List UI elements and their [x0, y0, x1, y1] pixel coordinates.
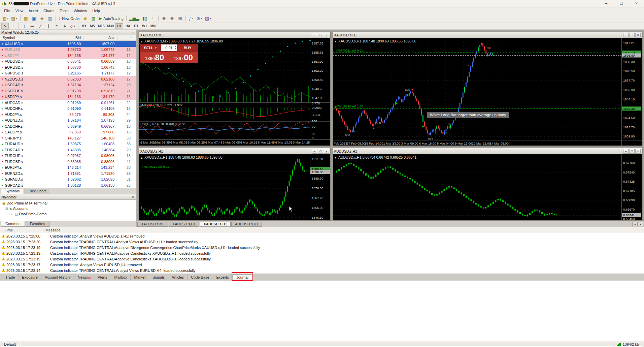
- timeframe-h1[interactable]: H1: [115, 23, 123, 29]
- close-button[interactable]: ×: [629, 0, 644, 7]
- new-chart-button[interactable]: ▥▾: [1, 15, 9, 22]
- terminal-tab-trade[interactable]: Trade: [2, 274, 19, 280]
- menu-window[interactable]: Window: [71, 8, 90, 13]
- line-chart-button[interactable]: ≈: [149, 15, 157, 22]
- terminal-tab-articles[interactable]: Articles: [168, 274, 188, 280]
- market-watch-row-cadchf.s[interactable]: ▲CADCHF.s0.669490.6696718: [0, 123, 136, 129]
- market-watch-row-audusd.s[interactable]: ▼AUDUSD.s0.665410.6655918: [0, 59, 136, 65]
- dropdown-arrow-icon[interactable]: ▾: [210, 17, 211, 20]
- timeframe-d1[interactable]: D1: [132, 23, 140, 29]
- chart-tab-audusd-s-h1[interactable]: AUDUSD.s,H1: [231, 222, 262, 227]
- text-label-button[interactable]: A: [61, 23, 68, 30]
- horizontal-line-button[interactable]: —: [29, 23, 36, 30]
- market-watch-row-euraud.s[interactable]: ▲EURAUD.s1.603751.6040833: [0, 141, 136, 147]
- market-watch-row-gbpusd.s[interactable]: ▲GBPUSD.s1.211651.2117712: [0, 70, 136, 76]
- tree-item-accounts[interactable]: ⊟ ◈ Accounts: [0, 206, 136, 211]
- market-watch-row-eurchf.s[interactable]: ▼EURCHF.s0.979870.9800518: [0, 153, 136, 159]
- market-watch-row-eurjpy.s[interactable]: ▲EURJPY.s143.214143.23420: [0, 165, 136, 171]
- dropdown-arrow-icon[interactable]: ▾: [16, 17, 18, 20]
- market-watch-row-audcad.s[interactable]: ▲AUDCAD.s0.912390.9126122: [0, 100, 136, 106]
- timeframe-h4[interactable]: H4: [124, 23, 132, 29]
- terminal-tab-mailbox[interactable]: Mailbox: [111, 274, 131, 280]
- buy-button[interactable]: BUY: [177, 44, 198, 51]
- chart-tab-xauusd-s-m5[interactable]: XAUUSD.s,M5: [137, 222, 168, 227]
- market-watch-row-eurusd.s[interactable]: ▼EURUSD.s1.067301.0674313: [0, 64, 136, 70]
- sell-price[interactable]: 189680: [140, 52, 169, 63]
- terminal-tab-journal[interactable]: Journal: [233, 274, 252, 280]
- chart-minimize-button[interactable]: –: [312, 149, 317, 154]
- market-watch-row-chfjpy.s[interactable]: ▼CHFJPY.s146.127146.16033: [0, 135, 136, 141]
- market-watch-row-eurgbp.s[interactable]: ▼EURGBP.s0.880850.8809611: [0, 159, 136, 165]
- market-watch-row-usdjpy.s[interactable]: ▼USDJPY.s134.163134.17916: [0, 94, 136, 100]
- market-watch-row-gbpaud.s[interactable]: ▲GBPAUD.s1.820621.8209331: [0, 177, 136, 183]
- market-watch-close-icon[interactable]: ×: [131, 30, 135, 34]
- menu-view[interactable]: View: [13, 8, 26, 13]
- price-chart-canvas[interactable]: 0.677600.675400.673250.671050.668900.666…: [333, 155, 642, 220]
- menu-help[interactable]: Help: [90, 8, 103, 13]
- dropdown-arrow-icon[interactable]: ▾: [74, 25, 75, 28]
- menu-file[interactable]: File: [1, 8, 13, 13]
- chart-minimize-button[interactable]: –: [623, 149, 629, 154]
- scroll-right-icon[interactable]: ►: [638, 222, 643, 226]
- chart-minimize-button[interactable]: –: [312, 33, 317, 37]
- tab-symbols[interactable]: Symbols: [1, 189, 24, 194]
- market-watch-button[interactable]: ▦: [22, 15, 30, 22]
- price-chart-canvas[interactable]: 1911.201889.301878.501867.701856.901846.…: [333, 38, 642, 146]
- navigator-header-bar[interactable]: Navigator ×: [0, 194, 136, 200]
- chart-close-button[interactable]: ×: [635, 33, 641, 37]
- market-watch-row-xauusd.s[interactable]: ▲XAUUSD.s1896.801897.0020: [0, 41, 136, 47]
- dropdown-arrow-icon[interactable]: ▾: [201, 17, 202, 20]
- navigator-close-icon[interactable]: ×: [131, 195, 135, 199]
- chart-titlebar[interactable]: XAUUSD.s,H1 –□×: [333, 32, 642, 38]
- timeframe-m30[interactable]: M30: [106, 23, 114, 29]
- one-click-toggle-icon[interactable]: ▲: [140, 40, 143, 43]
- one-click-toggle-icon[interactable]: ▲: [140, 156, 143, 159]
- market-watch-row-audjpy.s[interactable]: ▼AUDJPY.s89.27989.30324: [0, 112, 136, 118]
- market-watch-row-usdjpy[interactable]: ▼USDJPY134.165134.17712: [0, 53, 136, 59]
- market-watch-row-cadjpy.s[interactable]: ▼CADJPY.s97.85097.86616: [0, 129, 136, 135]
- metaeditor-button[interactable]: ◆: [81, 15, 89, 22]
- terminal-tab-account-history[interactable]: Account History: [41, 274, 74, 280]
- market-watch-row-nzdusd.s[interactable]: ▼NZDUSD.s0.620830.6210017: [0, 76, 136, 82]
- one-click-toggle-icon[interactable]: ▼: [334, 40, 337, 43]
- terminal-tab-market[interactable]: Market: [131, 274, 149, 280]
- terminal-tab-signals[interactable]: Signals: [149, 274, 168, 280]
- market-watch-row-audchf.s[interactable]: ▲AUDCHF.s0.610900.6110616: [0, 106, 136, 112]
- column-time[interactable]: Time: [0, 228, 43, 232]
- minimize-button[interactable]: –: [599, 0, 614, 7]
- zoom-in-button[interactable]: ⊕: [160, 15, 168, 22]
- journal-row[interactable]: 2023.03.15 17:23:19...Custom indicator T…: [0, 250, 644, 256]
- profiles-button[interactable]: ▤▾: [10, 15, 18, 22]
- templates-button[interactable]: ▨▾: [204, 15, 212, 22]
- fibonacci-button[interactable]: ≡: [53, 23, 60, 30]
- timeframe-mn[interactable]: MN: [149, 23, 157, 29]
- data-window-button[interactable]: ▣: [30, 15, 38, 22]
- journal-row[interactable]: 2023.03.15 17:23:19...Custom indicator T…: [0, 256, 644, 262]
- crosshair-button[interactable]: +: [9, 23, 17, 30]
- tab-favorites[interactable]: Favorites: [26, 221, 49, 227]
- tree-item-dooprime-demo[interactable]: ⊞ ▢ DooPrime-Demo: [0, 211, 136, 217]
- column-ask[interactable]: Ask: [83, 36, 117, 40]
- chart-restore-button[interactable]: □: [318, 33, 323, 37]
- arrows-button[interactable]: ◇▾: [69, 23, 76, 30]
- menu-charts[interactable]: Charts: [41, 8, 57, 13]
- lot-size-input[interactable]: 0.01▲▼: [161, 44, 177, 51]
- profile-indicator[interactable]: Default: [1, 342, 19, 347]
- chart-titlebar[interactable]: XAUUSD.s,H1 –□×: [139, 148, 330, 154]
- timeframe-m15[interactable]: M15: [97, 23, 105, 29]
- market-watch-row-eurusd[interactable]: ▼EURUSD1.067301.0674313: [0, 47, 136, 53]
- autotrading-button[interactable]: ▶AutoTrading: [98, 15, 125, 22]
- expand-icon[interactable]: ⊞: [10, 212, 14, 216]
- candlestick-chart-button[interactable]: ▮▯: [141, 15, 148, 22]
- menu-insert[interactable]: Insert: [26, 8, 41, 13]
- periods-button[interactable]: ⊙▾: [196, 15, 203, 22]
- column-spread[interactable]: !: [117, 36, 135, 40]
- connection-status[interactable]: 1094/2 kb: [614, 342, 642, 347]
- journal-row[interactable]: 2023.03.15 17:23:20...Custom indicator T…: [0, 239, 644, 245]
- one-click-toggle-icon[interactable]: ▼: [334, 156, 337, 159]
- navigator-button[interactable]: ◈: [38, 15, 46, 22]
- chart-restore-button[interactable]: □: [629, 33, 635, 37]
- journal-row[interactable]: 2023.03.15 17:23:17...Custom indicator .…: [0, 262, 644, 267]
- chart-close-button[interactable]: ×: [635, 149, 641, 154]
- terminal-button[interactable]: ▥: [46, 15, 54, 22]
